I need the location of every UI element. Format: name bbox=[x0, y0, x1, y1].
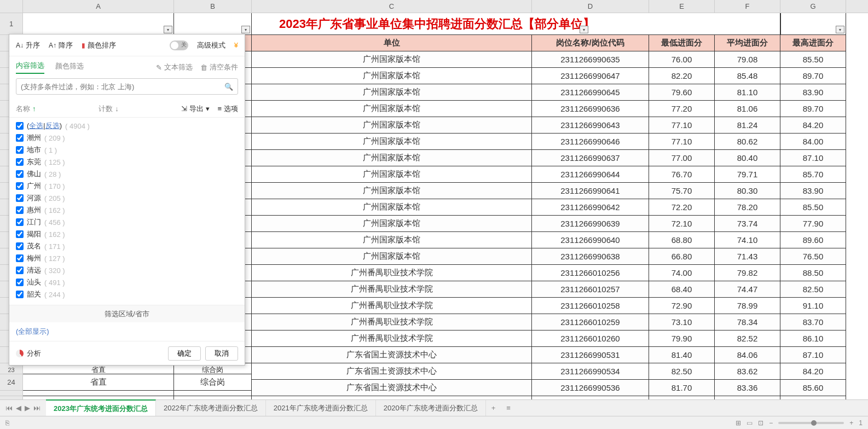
cell-code[interactable]: 2311266990636 bbox=[532, 101, 649, 117]
nav-first-icon[interactable]: ⏮ bbox=[5, 404, 13, 412]
filter-item-checkbox[interactable] bbox=[16, 254, 24, 262]
cell-min[interactable]: 77.10 bbox=[649, 117, 715, 134]
title-cell-G[interactable]: ▾ bbox=[780, 13, 846, 35]
cell-min[interactable]: 76.70 bbox=[649, 166, 715, 183]
cell-min[interactable]: 68.80 bbox=[649, 232, 715, 248]
filter-dropdown-icon[interactable]: ▾ bbox=[164, 26, 172, 33]
filter-list-item[interactable]: 惠州( 162 ) bbox=[16, 204, 238, 216]
cancel-button[interactable]: 取消 bbox=[205, 346, 238, 361]
cell-unit[interactable]: 广州番禺职业技术学院 bbox=[252, 331, 532, 347]
filter-item-checkbox[interactable] bbox=[16, 242, 24, 250]
row-header-1[interactable]: 1 bbox=[0, 13, 23, 35]
cell-min[interactable]: 72.90 bbox=[649, 298, 715, 314]
cell-avg[interactable]: 74.10 bbox=[715, 232, 780, 248]
cell-avg[interactable]: 81.24 bbox=[715, 117, 780, 134]
cell-avg[interactable]: 79.71 bbox=[715, 166, 780, 183]
cell-max[interactable]: 82.50 bbox=[780, 281, 846, 298]
cell-24-A[interactable]: 省直 bbox=[23, 374, 174, 391]
filter-item-checkbox[interactable] bbox=[16, 279, 24, 286]
sort-by-count[interactable]: 计数↓ bbox=[99, 104, 181, 114]
cell-min[interactable]: 79.60 bbox=[649, 84, 715, 101]
cell-avg[interactable]: 80.62 bbox=[715, 134, 780, 150]
add-sheet-button[interactable]: + bbox=[486, 404, 501, 412]
cell-avg[interactable]: 79.08 bbox=[715, 51, 780, 68]
options-button[interactable]: ≡选项 bbox=[217, 104, 238, 114]
col-header-E[interactable]: E bbox=[649, 0, 715, 13]
cell-code[interactable]: 2311266990536 bbox=[532, 380, 649, 396]
cell-unit[interactable]: 广东省国土资源技术中心 bbox=[252, 347, 532, 363]
cell-avg[interactable]: 71.43 bbox=[715, 248, 780, 265]
cell-code[interactable]: 2311266990645 bbox=[532, 84, 649, 101]
cell-avg[interactable]: 83.36 bbox=[715, 380, 780, 396]
cell-min[interactable]: 82.20 bbox=[649, 68, 715, 84]
filter-search-input[interactable] bbox=[21, 83, 224, 91]
filter-list-item[interactable]: 梅州( 127 ) bbox=[16, 252, 238, 264]
cell-min[interactable]: 75.70 bbox=[649, 183, 715, 199]
cell-code[interactable]: 2311266990642 bbox=[532, 199, 649, 216]
nav-last-icon[interactable]: ⏭ bbox=[33, 404, 40, 412]
cell-avg[interactable]: 79.82 bbox=[715, 265, 780, 281]
cell-max[interactable]: 83.90 bbox=[780, 183, 846, 199]
text-filter-button[interactable]: ✎文本筛选 bbox=[156, 62, 193, 72]
sheet-tab-2021[interactable]: 2021年广东统考进面分数汇总 bbox=[266, 400, 376, 416]
header-unit[interactable]: 单位 bbox=[252, 35, 532, 51]
select-all-item[interactable]: (全选|反选) ( 4904 ) bbox=[16, 120, 238, 132]
tab-content-filter[interactable]: 内容筛选 bbox=[16, 61, 44, 74]
title-cell-B[interactable]: ▾ bbox=[174, 13, 252, 35]
cell-avg[interactable]: 78.99 bbox=[715, 298, 780, 314]
sort-desc-button[interactable]: A↑降序 bbox=[49, 40, 73, 50]
header-max[interactable]: 最高进面分 bbox=[780, 35, 846, 51]
cell-unit[interactable]: 广州国家版本馆 bbox=[252, 248, 532, 265]
cell-unit[interactable]: 广州国家版本馆 bbox=[252, 183, 532, 199]
filter-list-item[interactable]: 地市( 1 ) bbox=[16, 144, 238, 156]
sort-by-name[interactable]: 名称↑ bbox=[16, 104, 99, 114]
cell-avg[interactable]: 78.34 bbox=[715, 314, 780, 331]
filter-item-checkbox[interactable] bbox=[16, 266, 24, 274]
export-button[interactable]: ⇲导出▾ bbox=[181, 104, 210, 114]
col-header-D[interactable]: D bbox=[532, 0, 649, 13]
cell-unit[interactable]: 广州国家版本馆 bbox=[252, 68, 532, 84]
cell-code[interactable]: 2311266990637 bbox=[532, 150, 649, 166]
cell-unit[interactable]: 广州国家版本馆 bbox=[252, 150, 532, 166]
cell-code[interactable]: 2311266990644 bbox=[532, 166, 649, 183]
cell-min[interactable]: 77.10 bbox=[649, 134, 715, 150]
filter-list-item[interactable]: 河源( 205 ) bbox=[16, 192, 238, 204]
cell-code[interactable]: 2311266990635 bbox=[532, 51, 649, 68]
view-icon-3[interactable]: ⊡ bbox=[758, 419, 763, 427]
color-sort-button[interactable]: ▮颜色排序 bbox=[82, 40, 116, 50]
cell-max[interactable]: 85.70 bbox=[780, 166, 846, 183]
cell-min[interactable]: 81.40 bbox=[649, 347, 715, 363]
cell-avg[interactable]: 73.74 bbox=[715, 216, 780, 232]
cell-min[interactable]: 66.80 bbox=[649, 248, 715, 265]
filter-item-checkbox[interactable] bbox=[16, 230, 24, 238]
cell-unit[interactable]: 广州国家版本馆 bbox=[252, 134, 532, 150]
cell-min[interactable]: 73.10 bbox=[649, 314, 715, 331]
cell-min[interactable]: 81.70 bbox=[649, 380, 715, 396]
cell-avg[interactable]: 80.30 bbox=[715, 183, 780, 199]
cell-min[interactable]: 79.90 bbox=[649, 331, 715, 347]
sheet-tab-2023[interactable]: 2023年广东统考进面分数汇总 bbox=[46, 399, 156, 417]
cell-code[interactable]: 2311266990643 bbox=[532, 117, 649, 134]
filter-list-item[interactable]: 东莞( 125 ) bbox=[16, 156, 238, 168]
view-icon-2[interactable]: ▭ bbox=[747, 419, 753, 427]
filter-list-item[interactable]: 汕头( 491 ) bbox=[16, 276, 238, 288]
col-header-A[interactable]: A bbox=[23, 0, 174, 13]
filter-item-list[interactable]: (全选|反选) ( 4904 ) 潮州( 209 )地市( 1 )东莞( 125… bbox=[9, 118, 245, 305]
cell-unit[interactable]: 广州国家版本馆 bbox=[252, 101, 532, 117]
cell-max[interactable]: 87.10 bbox=[780, 347, 846, 363]
cell-min[interactable]: 72.20 bbox=[649, 199, 715, 216]
sheet-tab-2022[interactable]: 2022年广东统考进面分数汇总 bbox=[156, 400, 266, 416]
filter-list-item[interactable]: 韶关( 244 ) bbox=[16, 288, 238, 300]
cell-max[interactable]: 89.70 bbox=[780, 68, 846, 84]
cell-23-A[interactable]: 省直 bbox=[23, 366, 174, 374]
title-cell-A[interactable]: ▾ bbox=[23, 13, 174, 35]
cell-min[interactable]: 77.00 bbox=[649, 150, 715, 166]
col-header-G[interactable]: G bbox=[780, 0, 846, 13]
cell-avg[interactable]: 82.52 bbox=[715, 331, 780, 347]
cell-code[interactable]: 2311266990638 bbox=[532, 248, 649, 265]
cell-unit[interactable]: 广州国家版本馆 bbox=[252, 232, 532, 248]
cell-unit[interactable]: 广东省国土资源技术中心 bbox=[252, 380, 532, 396]
nav-prev-icon[interactable]: ◀ bbox=[16, 404, 21, 412]
cell-max[interactable]: 83.90 bbox=[780, 84, 846, 101]
filter-list-item[interactable]: 佛山( 28 ) bbox=[16, 168, 238, 180]
